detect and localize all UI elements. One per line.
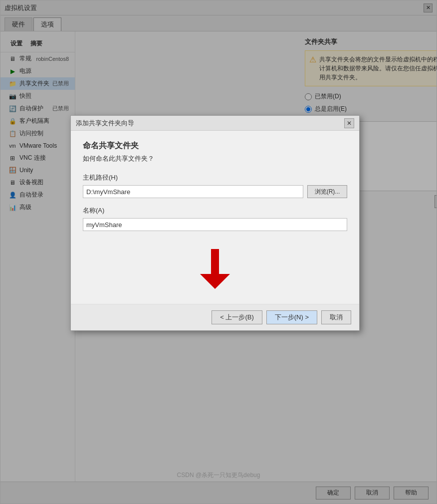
host-path-input[interactable] <box>83 185 303 198</box>
host-path-group: 主机路径(H) 浏览(R)... <box>83 173 347 198</box>
dialog-content: 命名共享文件夹 如何命名此共享文件夹？ 主机路径(H) 浏览(R)... 名称(… <box>71 131 359 304</box>
dialog-bottom: < 上一步(B) 下一步(N) > 取消 <box>71 304 359 330</box>
prev-button[interactable]: < 上一步(B) <box>212 310 262 324</box>
browse-button[interactable]: 浏览(R)... <box>307 185 347 198</box>
arrow-container <box>83 239 347 294</box>
name-group: 名称(A) <box>83 206 347 231</box>
host-path-row: 浏览(R)... <box>83 185 347 198</box>
name-input[interactable] <box>83 218 347 231</box>
dialog-main-title: 命名共享文件夹 <box>83 141 347 151</box>
main-window: 虚拟机设置 ✕ 硬件 选项 设置 摘要 🖥 常规 robinCentos8 ▶ … <box>0 0 437 504</box>
name-label: 名称(A) <box>83 206 347 215</box>
host-path-label: 主机路径(H) <box>83 173 347 182</box>
dialog-subtitle: 如何命名此共享文件夹？ <box>83 154 347 163</box>
dialog-title-bar: 添加共享文件夹向导 ✕ <box>71 116 359 131</box>
next-button[interactable]: 下一步(N) > <box>266 310 317 324</box>
dialog-close-button[interactable]: ✕ <box>344 118 354 128</box>
down-arrow-icon <box>200 249 230 289</box>
svg-marker-1 <box>200 274 230 289</box>
dialog-title: 添加共享文件夹向导 <box>76 119 134 128</box>
svg-rect-0 <box>211 249 219 274</box>
add-shared-folder-dialog: 添加共享文件夹向导 ✕ 命名共享文件夹 如何命名此共享文件夹？ 主机路径(H) … <box>70 115 360 331</box>
dialog-cancel-button[interactable]: 取消 <box>321 310 351 324</box>
